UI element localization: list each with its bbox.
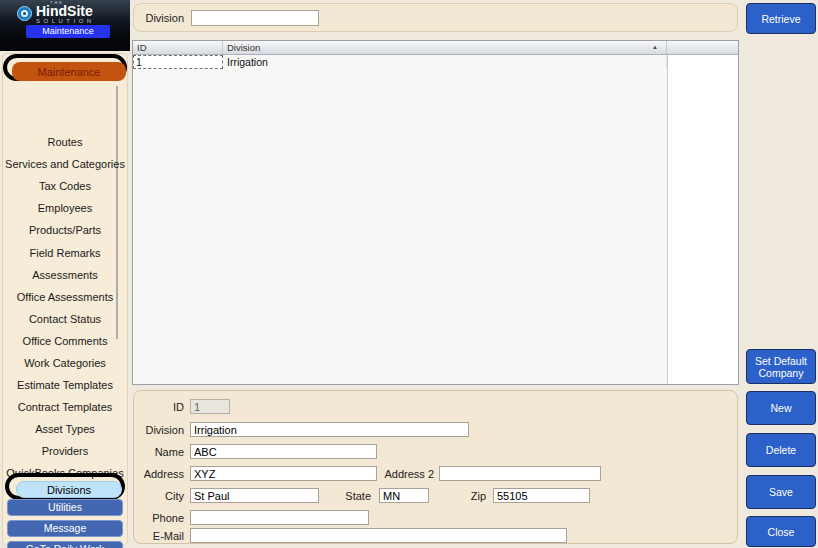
retrieve-button[interactable]: Retrieve	[746, 3, 816, 34]
grid-filler-column	[667, 41, 738, 384]
column-header-filler	[667, 41, 738, 54]
application-window: THE HindSite SOLUTION Maintenance Mainte…	[0, 0, 818, 548]
hindsite-logo-icon	[17, 6, 32, 21]
phone-label: Phone	[134, 512, 184, 524]
sidebar-menu: Routes Services and Categories Tax Codes…	[3, 131, 127, 485]
column-header-id[interactable]: ID	[133, 41, 223, 54]
city-field[interactable]	[190, 488, 319, 503]
sidebar-item-divisions[interactable]: Divisions	[16, 481, 122, 498]
sidebar-item-contract-templates[interactable]: Contract Templates	[3, 396, 127, 418]
goto-daily-work-button[interactable]: GoTo Daily Work	[7, 541, 123, 548]
division-search-panel: Division	[133, 3, 738, 32]
delete-button[interactable]: Delete	[746, 433, 816, 467]
sidebar: Maintenance Routes Services and Categori…	[2, 53, 128, 546]
state-label: State	[331, 490, 371, 502]
division-detail-form: ID Division Name Address Address 2 City …	[133, 390, 738, 544]
logo-name: HindSite	[36, 3, 95, 19]
logo-the: THE	[50, 0, 64, 5]
city-label: City	[134, 490, 184, 502]
zip-field[interactable]	[493, 488, 590, 503]
utilities-button[interactable]: Utilities	[7, 499, 123, 516]
sidebar-item-assessments[interactable]: Assessments	[3, 264, 127, 286]
sidebar-item-maintenance[interactable]: Maintenance	[12, 62, 126, 81]
phone-field[interactable]	[190, 510, 369, 525]
sidebar-item-estimate-templates[interactable]: Estimate Templates	[3, 374, 127, 396]
row-cell-division[interactable]: Irrigation	[223, 55, 667, 69]
sidebar-item-field-remarks[interactable]: Field Remarks	[3, 241, 127, 263]
sidebar-item-services-and-categories[interactable]: Services and Categories	[3, 153, 127, 175]
close-button[interactable]: Close	[746, 516, 816, 547]
save-button[interactable]: Save	[746, 475, 816, 509]
logo-panel: THE HindSite SOLUTION Maintenance	[0, 0, 130, 51]
row-cell-id[interactable]: 1	[133, 55, 223, 69]
logo-subtitle: SOLUTION	[36, 18, 95, 24]
email-field[interactable]	[190, 528, 567, 543]
new-button[interactable]: New	[746, 391, 816, 425]
sidebar-item-employees[interactable]: Employees	[3, 197, 127, 219]
email-label: E-Mail	[134, 530, 184, 542]
divisions-grid: ID Division ▲ 1 Irrigation	[132, 40, 739, 385]
module-title-banner: Maintenance	[26, 25, 110, 38]
division-field[interactable]	[190, 422, 469, 437]
sidebar-item-contact-status[interactable]: Contact Status	[3, 308, 127, 330]
zip-label: Zip	[456, 490, 486, 502]
division-search-label: Division	[134, 12, 184, 24]
division-search-input[interactable]	[191, 10, 319, 26]
address2-label: Address 2	[379, 468, 434, 480]
set-default-company-button[interactable]: Set Default Company	[746, 349, 816, 384]
address2-field[interactable]	[439, 466, 601, 481]
division-label: Division	[134, 424, 184, 436]
sidebar-item-asset-types[interactable]: Asset Types	[3, 418, 127, 440]
table-row[interactable]: 1 Irrigation	[133, 55, 738, 69]
sort-ascending-icon: ▲	[652, 44, 658, 50]
id-label: ID	[134, 401, 184, 413]
grid-header: ID Division ▲	[133, 41, 738, 55]
divisions-annotation-circle: Divisions	[5, 473, 125, 500]
address-label: Address	[134, 468, 184, 480]
column-header-division[interactable]: Division ▲	[223, 41, 667, 54]
sidebar-item-work-categories[interactable]: Work Categories	[3, 352, 127, 374]
message-button[interactable]: Message	[7, 520, 123, 537]
state-field[interactable]	[379, 488, 429, 503]
sidebar-item-providers[interactable]: Providers	[3, 440, 127, 462]
sidebar-item-products-parts[interactable]: Products/Parts	[3, 219, 127, 241]
sidebar-buttons: Utilities Message GoTo Daily Work Help E…	[7, 499, 123, 548]
sidebar-item-tax-codes[interactable]: Tax Codes	[3, 175, 127, 197]
sidebar-item-office-comments[interactable]: Office Comments	[3, 330, 127, 352]
name-field[interactable]	[190, 444, 377, 459]
column-header-division-label: Division	[227, 42, 260, 53]
address-field[interactable]	[190, 466, 377, 481]
name-label: Name	[134, 446, 184, 458]
logo-text: THE HindSite SOLUTION	[36, 3, 95, 24]
maintenance-annotation-circle: Maintenance	[3, 54, 127, 81]
sidebar-item-routes[interactable]: Routes	[3, 131, 127, 153]
id-field	[190, 399, 230, 414]
sidebar-item-office-assessments[interactable]: Office Assessments	[3, 286, 127, 308]
